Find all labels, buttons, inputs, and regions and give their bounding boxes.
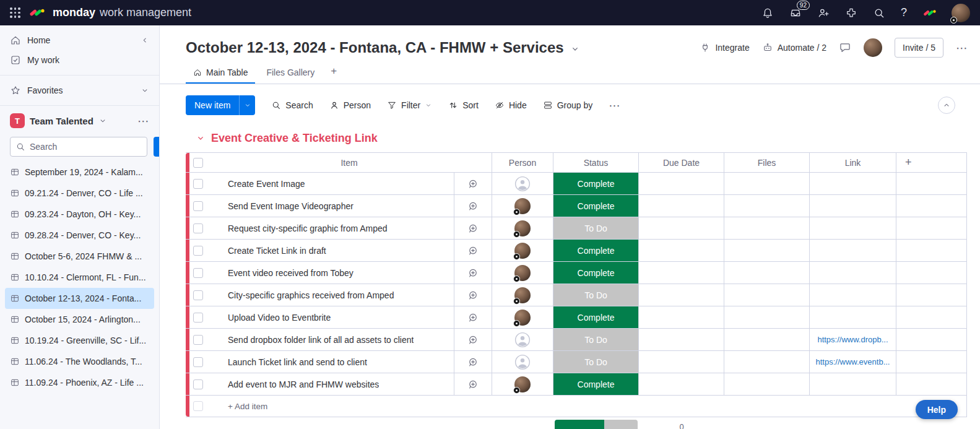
person-cell[interactable]: [492, 240, 553, 261]
column-header-person[interactable]: Person: [492, 153, 553, 172]
status-cell[interactable]: Complete: [553, 240, 639, 261]
due-date-cell[interactable]: [639, 373, 724, 395]
person-cell[interactable]: [492, 373, 553, 395]
due-date-cell[interactable]: [639, 329, 724, 350]
item-cell[interactable]: Upload Video to Eventbrite: [207, 306, 454, 328]
status-cell[interactable]: Complete: [553, 195, 639, 217]
empty-person-icon[interactable]: [514, 354, 531, 370]
link-cell[interactable]: https://www.dropb...: [810, 329, 896, 350]
person-cell[interactable]: [492, 195, 553, 217]
sidebar-board-item[interactable]: 11.06.24 - The Woodlands, T...: [5, 351, 154, 372]
table-row[interactable]: Add event to MJR and FHMW websites Compl…: [186, 373, 967, 396]
board-title[interactable]: October 12-13, 2024 - Fontana, CA - FHMW…: [186, 37, 580, 59]
add-update-cell[interactable]: [454, 195, 492, 217]
help-question-icon[interactable]: ?: [901, 6, 907, 19]
row-checkbox-cell[interactable]: [189, 217, 207, 239]
add-update-icon[interactable]: [467, 267, 479, 279]
add-update-cell[interactable]: [454, 240, 492, 261]
add-update-cell[interactable]: [454, 351, 492, 373]
add-view-button[interactable]: +: [326, 63, 342, 84]
sort-button[interactable]: Sort: [448, 100, 479, 110]
due-date-cell[interactable]: [639, 173, 724, 194]
add-update-icon[interactable]: [467, 201, 479, 212]
due-date-cell[interactable]: [639, 306, 724, 328]
integrate-button[interactable]: Integrate: [700, 42, 749, 53]
table-row[interactable]: Event video received from Tobey Complete: [186, 262, 967, 284]
sidebar-board-item[interactable]: 09.21.24 - Denver, CO - Life ...: [5, 183, 154, 204]
add-update-icon[interactable]: [467, 379, 479, 390]
add-column-button[interactable]: +: [896, 153, 967, 172]
empty-person-icon[interactable]: [514, 332, 531, 348]
status-cell[interactable]: Complete: [553, 306, 639, 328]
person-cell[interactable]: [492, 329, 553, 350]
add-update-icon[interactable]: [467, 357, 479, 368]
table-row[interactable]: Create Event Image Complete: [186, 173, 967, 195]
status-summary-bar[interactable]: [555, 420, 638, 429]
row-checkbox-cell[interactable]: [189, 284, 207, 306]
assignee-avatar[interactable]: [514, 376, 531, 392]
status-cell[interactable]: To Do: [553, 351, 639, 373]
status-cell[interactable]: To Do: [553, 217, 639, 239]
row-checkbox[interactable]: [193, 223, 203, 233]
search-icon[interactable]: [873, 7, 885, 19]
add-update-cell[interactable]: [454, 373, 492, 395]
add-update-cell[interactable]: [454, 217, 492, 239]
monday-logo[interactable]: [28, 6, 45, 19]
link-cell[interactable]: [810, 217, 896, 239]
status-cell[interactable]: To Do: [553, 329, 639, 350]
status-cell[interactable]: Complete: [553, 262, 639, 284]
person-cell[interactable]: [492, 351, 553, 373]
files-cell[interactable]: [724, 351, 810, 373]
due-date-cell[interactable]: [639, 217, 724, 239]
item-cell[interactable]: City-specific graphics received from Amp…: [207, 284, 454, 306]
sidebar-search-input[interactable]: [30, 142, 142, 152]
due-date-cell[interactable]: [639, 351, 724, 373]
sidebar-board-item[interactable]: October 5-6, 2024 FHMW & ...: [5, 246, 154, 267]
sidebar-board-item[interactable]: 10.10.24 - Clermont, FL - Fun...: [5, 267, 154, 288]
link-cell[interactable]: [810, 373, 896, 395]
row-checkbox[interactable]: [193, 268, 203, 278]
link-url[interactable]: https://www.dropb...: [817, 335, 888, 344]
sidebar-board-item[interactable]: 09.28.24 - Denver, CO - Key...: [5, 225, 154, 246]
person-filter-button[interactable]: Person: [329, 100, 371, 110]
item-cell[interactable]: Send Event Image Videographer: [207, 195, 454, 217]
workspace-chevron-icon[interactable]: [98, 116, 107, 125]
files-cell[interactable]: [724, 306, 810, 328]
link-cell[interactable]: [810, 262, 896, 284]
assignee-avatar[interactable]: [514, 198, 531, 214]
row-checkbox[interactable]: [193, 246, 203, 256]
sidebar-collapse-button[interactable]: [141, 36, 149, 45]
empty-person-icon[interactable]: [514, 176, 531, 192]
new-item-button[interactable]: New item: [186, 95, 239, 115]
link-cell[interactable]: [810, 284, 896, 306]
sidebar-board-item[interactable]: 10.19.24 - Greenville, SC - Lif...: [5, 330, 154, 351]
row-checkbox[interactable]: [193, 313, 203, 323]
due-date-cell[interactable]: [639, 195, 724, 217]
row-checkbox[interactable]: [193, 179, 203, 189]
table-row[interactable]: Request city-specific graphic from Amped…: [186, 217, 967, 240]
link-cell[interactable]: [810, 306, 896, 328]
favorites-chevron-icon[interactable]: [141, 86, 149, 95]
help-button[interactable]: Help: [916, 400, 958, 419]
item-cell[interactable]: Launch Ticket link and send to client: [207, 351, 454, 373]
table-row[interactable]: Send Event Image Videographer Complete: [186, 195, 967, 217]
item-cell[interactable]: Request city-specific graphic from Amped: [207, 217, 454, 239]
brand[interactable]: monday work management: [53, 6, 191, 19]
search-button[interactable]: Search: [271, 100, 313, 110]
item-name[interactable]: City-specific graphics received from Amp…: [228, 290, 394, 300]
add-update-cell[interactable]: [454, 306, 492, 328]
add-item-row[interactable]: + Add item: [186, 396, 967, 417]
person-cell[interactable]: [492, 284, 553, 306]
due-date-cell[interactable]: [639, 240, 724, 261]
status-cell[interactable]: To Do: [553, 284, 639, 306]
column-header-due-date[interactable]: Due Date: [639, 153, 724, 172]
item-name[interactable]: Create Ticket Link in draft: [228, 246, 326, 256]
link-cell[interactable]: [810, 240, 896, 261]
add-update-icon[interactable]: [467, 223, 479, 234]
sidebar-board-item[interactable]: 09.23.24 - Dayton, OH - Key...: [5, 204, 154, 225]
row-checkbox-cell[interactable]: [189, 240, 207, 261]
assignee-avatar[interactable]: [514, 310, 531, 326]
files-cell[interactable]: [724, 217, 810, 239]
add-update-icon[interactable]: [467, 312, 479, 323]
files-cell[interactable]: [724, 373, 810, 395]
